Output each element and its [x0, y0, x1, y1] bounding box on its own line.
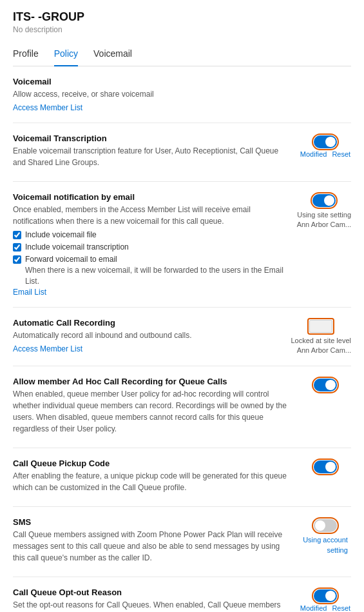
page-subtitle: No description: [13, 25, 351, 34]
voicemail-notification-toggle[interactable]: [312, 194, 336, 207]
opt-out-reason-meta: Modified Reset: [300, 604, 350, 612]
tab-voicemail[interactable]: Voicemail: [93, 43, 132, 66]
include-voicemail-transcription-label: Include voicemail transcription: [25, 242, 129, 252]
opt-out-reason-toggle-wrapper: [312, 587, 339, 604]
forward-voicemail-checkbox[interactable]: [13, 255, 21, 264]
auto-call-recording-meta: Locked at site levelAnn Arbor Cam...: [291, 336, 351, 356]
opt-out-reason-reset[interactable]: Reset: [332, 604, 350, 612]
section-voicemail-transcription: Voicemail Transcription Enable voicemail…: [13, 123, 351, 182]
include-voicemail-file-label: Include voicemail file: [25, 230, 97, 239]
section-voicemail-notification: Voicemail notification by email Once ena…: [13, 182, 351, 308]
adhoc-recording-desc: When enabled, queue member User policy f…: [13, 388, 289, 435]
section-opt-out-reason: Call Queue Opt-out Reason Set the opt-ou…: [13, 577, 351, 612]
section-adhoc-recording: Allow member Ad Hoc Call Recording for Q…: [13, 366, 351, 448]
forward-voicemail-label: Forward voicemail to email: [25, 255, 117, 264]
page-title: ITS- -GROUP: [13, 10, 351, 24]
pickup-code-toggle-wrapper: [312, 459, 339, 475]
voicemail-transcription-modified[interactable]: Modified: [300, 150, 327, 158]
voicemail-transcription-toggle-wrapper: [312, 133, 339, 150]
opt-out-reason-desc: Set the opt-out reasons for Call Queues.…: [13, 599, 289, 612]
voicemail-notification-meta: Using site settingAnn Arbor Cam...: [297, 210, 351, 230]
include-voicemail-transcription-checkbox[interactable]: [13, 243, 21, 252]
adhoc-recording-toggle-wrapper: [312, 377, 339, 393]
opt-out-reason-modified[interactable]: Modified: [300, 604, 327, 612]
sms-desc: Call Queue members assigned with Zoom Ph…: [13, 529, 289, 564]
voicemail-transcription-meta: Modified Reset: [300, 150, 350, 158]
sms-toggle[interactable]: [314, 519, 337, 532]
auto-call-recording-title: Automatic Call Recording: [13, 318, 280, 328]
voicemail-access-member-list-link[interactable]: Access Member List: [13, 103, 82, 112]
pickup-code-toggle[interactable]: [314, 460, 337, 473]
voicemail-title: Voicemail: [13, 77, 351, 86]
voicemail-desc: Allow access, receive, or share voicemai…: [13, 88, 351, 100]
voicemail-notification-toggle-wrapper: [311, 192, 338, 209]
section-pickup-code: Call Queue Pickup Code After enabling th…: [13, 448, 351, 507]
tab-policy[interactable]: Policy: [54, 43, 78, 66]
opt-out-reason-toggle[interactable]: [314, 589, 337, 602]
auto-call-recording-access-link[interactable]: Access Member List: [13, 344, 82, 353]
sms-toggle-wrapper: [312, 517, 339, 534]
voicemail-transcription-reset[interactable]: Reset: [332, 150, 350, 158]
voicemail-transcription-title: Voicemail Transcription: [13, 133, 289, 143]
auto-call-recording-desc: Automatically record all inbound and out…: [13, 330, 280, 341]
pickup-code-title: Call Queue Pickup Code: [13, 459, 289, 468]
voicemail-notification-title: Voicemail notification by email: [13, 192, 287, 202]
pickup-code-desc: After enabling the feature, a unique pic…: [13, 470, 289, 493]
auto-call-recording-toggle-wrapper: [307, 318, 334, 335]
tab-profile[interactable]: Profile: [13, 43, 39, 66]
tab-bar: Profile Policy Voicemail: [13, 43, 351, 66]
include-voicemail-file-checkbox[interactable]: [13, 231, 21, 239]
voicemail-transcription-toggle[interactable]: [314, 135, 337, 148]
opt-out-reason-title: Call Queue Opt-out Reason: [13, 587, 289, 597]
adhoc-recording-title: Allow member Ad Hoc Call Recording for Q…: [13, 377, 289, 386]
adhoc-recording-toggle[interactable]: [314, 379, 337, 391]
voicemail-notification-desc: Once enabled, members in the Access Memb…: [13, 204, 287, 227]
voicemail-transcription-desc: Enable voicemail transcription feature f…: [13, 145, 289, 168]
forward-voicemail-subdesc: When there is a new voicemail, it will b…: [25, 265, 287, 287]
section-sms: SMS Call Queue members assigned with Zoo…: [13, 507, 351, 577]
section-auto-call-recording: Automatic Call Recording Automatically r…: [13, 308, 351, 367]
email-list-link[interactable]: Email List: [13, 288, 46, 297]
section-voicemail: Voicemail Allow access, receive, or shar…: [13, 66, 351, 123]
sms-title: SMS: [13, 517, 289, 527]
auto-call-recording-toggle[interactable]: [309, 320, 332, 333]
sms-meta: Using accountsetting: [303, 535, 348, 555]
